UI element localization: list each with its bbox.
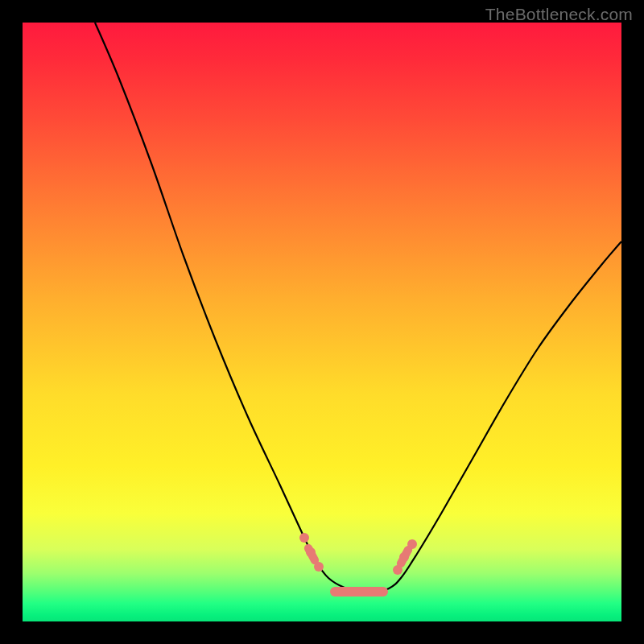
watermark-text: TheBottleneck.com xyxy=(485,5,633,24)
curve-marker-dot xyxy=(299,533,309,543)
bottleneck-curve xyxy=(23,23,621,621)
curve-marker-pill xyxy=(401,550,408,564)
curve-marker-pill xyxy=(308,548,315,560)
chart-frame: TheBottleneck.com xyxy=(0,0,644,644)
plot-area xyxy=(23,23,621,621)
curve-path xyxy=(95,23,621,594)
curve-markers xyxy=(299,533,417,592)
